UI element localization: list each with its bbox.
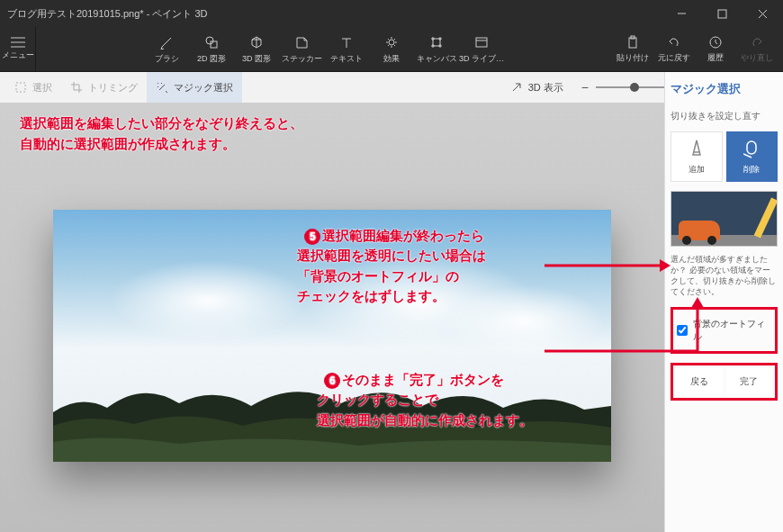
tool-brush[interactable]: ブラシ <box>144 27 189 71</box>
undo-button[interactable]: 元に戻す <box>653 27 695 71</box>
image-canvas[interactable] <box>53 210 611 462</box>
done-button[interactable]: 完了 <box>726 368 773 395</box>
menu-button[interactable]: メニュー <box>0 27 36 71</box>
redo-button[interactable]: やり直し <box>736 27 778 71</box>
panel-buttons: 戻る 完了 <box>670 363 778 401</box>
cloud <box>444 285 606 357</box>
autofill-label: 背景のオートフィル <box>693 318 771 343</box>
svg-rect-12 <box>629 38 636 48</box>
ribbon: メニュー ブラシ 2D 図形 3D 図形 ステッカー テキスト 効果 キャン <box>0 27 783 72</box>
effects-icon <box>384 34 399 50</box>
tool-stickers[interactable]: ステッカー <box>279 27 324 71</box>
square-icon <box>204 34 219 50</box>
title-bar: ブログ用テスト20191015.png* - ペイント 3D <box>0 0 783 27</box>
panel-hint: 選んだ領域が多すぎましたか？ 必要のない領域をマークして、切り抜きから削除してく… <box>670 254 778 298</box>
select-button[interactable]: 選択 <box>5 72 61 103</box>
tool-effects[interactable]: 効果 <box>369 27 414 71</box>
sticker-icon <box>294 34 309 50</box>
svg-rect-10 <box>433 39 440 46</box>
mountain-layer <box>53 363 611 462</box>
canvas-area[interactable] <box>0 103 664 532</box>
cube-icon <box>249 34 264 50</box>
tool-3d-library[interactable]: 3D ライブ… <box>459 27 504 71</box>
autofill-checkbox[interactable] <box>677 325 688 336</box>
svg-point-7 <box>206 37 213 44</box>
ribbon-right: 貼り付け 元に戻す 履歴 やり直し <box>612 27 783 71</box>
panel-title: マジック選択 <box>670 81 778 97</box>
panel-illustration <box>670 191 778 247</box>
panel-subhead: 切り抜きを設定し直す <box>670 110 778 122</box>
tool-3d-shapes[interactable]: 3D 図形 <box>234 27 279 71</box>
svg-point-9 <box>389 40 394 45</box>
canvas-icon <box>429 34 444 50</box>
window-title: ブログ用テスト20191015.png* - ペイント 3D <box>0 7 662 21</box>
ribbon-tools: ブラシ 2D 図形 3D 図形 ステッカー テキスト 効果 キャンバス 3D <box>36 27 612 71</box>
pencil-icon <box>688 139 705 160</box>
svg-rect-1 <box>718 10 726 18</box>
svg-rect-16 <box>747 141 756 154</box>
cloud <box>109 260 307 341</box>
tool-canvas[interactable]: キャンバス <box>414 27 459 71</box>
autofill-checkbox-row[interactable]: 背景のオートフィル <box>670 307 778 354</box>
zoom-thumb[interactable] <box>630 83 639 92</box>
menu-label: メニュー <box>2 50 34 61</box>
remove-tool[interactable]: 削除 <box>726 131 778 182</box>
text-icon <box>339 34 354 50</box>
add-tool[interactable]: 追加 <box>670 131 723 182</box>
brush-icon <box>159 34 174 50</box>
svg-rect-8 <box>211 41 217 48</box>
eraser-icon <box>743 139 760 160</box>
svg-rect-11 <box>476 38 487 47</box>
crop-button[interactable]: トリミング <box>61 72 147 103</box>
paste-button[interactable]: 貼り付け <box>612 27 653 71</box>
maximize-button[interactable] <box>702 0 742 27</box>
tool-text[interactable]: テキスト <box>324 27 369 71</box>
svg-rect-15 <box>16 83 25 92</box>
minimize-button[interactable] <box>662 0 702 27</box>
magic-select-panel: マジック選択 切り抜きを設定し直す 追加 削除 選んだ領域が多すぎましたか？ 必… <box>664 72 783 532</box>
close-button[interactable] <box>742 0 783 27</box>
library-icon <box>474 34 489 50</box>
zoom-out-button[interactable]: − <box>581 80 589 95</box>
view-3d-button[interactable]: 3D 表示 <box>501 81 572 95</box>
tool-2d-shapes[interactable]: 2D 図形 <box>189 27 234 71</box>
magic-select-button[interactable]: マジック選択 <box>147 72 242 103</box>
history-button[interactable]: 履歴 <box>695 27 736 71</box>
back-button[interactable]: 戻る <box>676 368 723 395</box>
